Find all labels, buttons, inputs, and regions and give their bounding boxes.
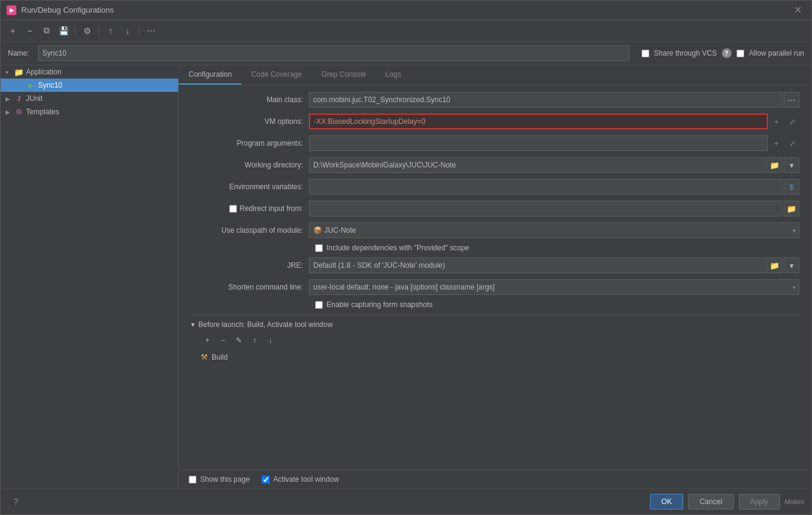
sidebar-item-application[interactable]: ▾ 📁 Application xyxy=(1,65,178,79)
vcs-help-icon[interactable]: ? xyxy=(722,48,732,58)
include-deps-label[interactable]: Include dependencies with "Provided" sco… xyxy=(326,244,469,252)
enable-snapshots-label[interactable]: Enable capturing form snapshots xyxy=(326,300,432,309)
share-vcs-label[interactable]: Share through VCS xyxy=(654,49,717,57)
activate-tool-checkbox[interactable] xyxy=(262,476,270,484)
build-icon: ⚒ xyxy=(201,352,208,361)
sidebar-item-templates[interactable]: ▶ ⚙ Templates xyxy=(1,105,178,118)
tab-code-coverage[interactable]: Code Coverage xyxy=(241,65,311,85)
help-button[interactable]: ? xyxy=(8,494,24,510)
vm-options-input-row: + ⤢ xyxy=(309,114,799,129)
more-button[interactable]: ⋯ xyxy=(144,24,158,38)
before-launch-up-button[interactable]: ↑ xyxy=(248,334,261,347)
folder-icon-application: 📁 xyxy=(14,67,24,77)
working-dir-dropdown-button[interactable]: ▾ xyxy=(784,157,799,173)
allow-parallel-label[interactable]: Allow parallel run xyxy=(749,49,804,57)
program-args-input-row: + ⤢ xyxy=(309,135,799,151)
show-page-check-item: Show this page xyxy=(189,475,250,484)
share-vcs-checkbox[interactable] xyxy=(641,50,649,57)
working-dir-input-row: 📁 ▾ xyxy=(309,157,799,173)
shorten-row: Shorten command line: user-local default… xyxy=(191,279,799,296)
cancel-button[interactable]: Cancel xyxy=(688,494,733,510)
close-button[interactable]: ✕ xyxy=(790,3,805,17)
move-down-button[interactable]: ↓ xyxy=(120,24,135,38)
env-vars-edit-button[interactable]: $ xyxy=(784,179,799,195)
show-page-checkbox[interactable] xyxy=(189,476,197,484)
allow-parallel-checkbox[interactable] xyxy=(736,50,744,57)
name-label: Name: xyxy=(8,49,32,57)
sidebar-item-sync10[interactable]: ▶ Sync10 xyxy=(1,79,178,92)
before-launch-arrow: ▾ xyxy=(191,320,195,329)
vm-options-label: VM options: xyxy=(191,117,309,126)
shorten-select-wrapper: user-local default: none - java [options… xyxy=(309,279,799,295)
main-panel: Configuration Code Coverage Grep Console… xyxy=(179,65,811,488)
jre-select[interactable]: Default (1.8 - SDK of 'JUC-Note' module) xyxy=(309,258,765,273)
before-launch-down-button[interactable]: ↓ xyxy=(264,334,277,347)
args-expand-button[interactable]: + xyxy=(769,135,784,151)
jre-browse-button[interactable]: 📁 xyxy=(767,258,782,273)
settings-button[interactable]: ⚙ xyxy=(80,24,94,38)
toolbar-separator-2 xyxy=(99,25,99,36)
vm-expand-button[interactable]: + xyxy=(769,114,784,129)
snapshots-row: Enable capturing form snapshots xyxy=(191,300,799,309)
main-class-input-row: ⋯ xyxy=(309,92,799,108)
working-dir-browse-button[interactable]: 📁 xyxy=(767,157,782,173)
include-deps-checkbox[interactable] xyxy=(315,244,323,252)
templates-label: Templates xyxy=(26,108,59,116)
redirect-input-row: 📁 xyxy=(309,201,799,216)
shorten-label: Shorten command line: xyxy=(191,283,309,291)
tab-grep-console[interactable]: Grep Console xyxy=(311,65,375,85)
sidebar: ▾ 📁 Application ▶ Sync10 ▶ J JUnit ▶ ⚙ T… xyxy=(1,65,179,488)
shorten-select[interactable]: user-local default: none - java [options… xyxy=(309,279,799,295)
working-dir-row: Working directory: 📁 ▾ xyxy=(191,157,799,173)
before-launch-edit-button[interactable]: ✎ xyxy=(232,334,245,347)
templates-icon: ⚙ xyxy=(14,107,24,117)
redirect-row: Redirect input from: 📁 xyxy=(191,200,799,217)
ok-button[interactable]: OK xyxy=(650,494,683,510)
move-up-button[interactable]: ↑ xyxy=(103,24,118,38)
include-deps-row: Include dependencies with "Provided" sco… xyxy=(191,244,799,252)
vm-options-input[interactable] xyxy=(309,114,768,129)
before-launch-add-button[interactable]: + xyxy=(201,334,214,347)
activate-tool-label[interactable]: Activate tool window xyxy=(273,475,339,484)
env-vars-label: Environment variables: xyxy=(191,183,309,191)
env-vars-input[interactable] xyxy=(309,179,782,195)
tab-configuration[interactable]: Configuration xyxy=(179,65,241,85)
redirect-checkbox[interactable] xyxy=(229,205,237,213)
remove-config-button[interactable]: − xyxy=(22,24,37,38)
vm-fullscreen-button[interactable]: ⤢ xyxy=(785,114,799,129)
tabs-bar: Configuration Code Coverage Grep Console… xyxy=(179,65,811,85)
before-launch-header[interactable]: ▾ Before launch: Build, Activate tool wi… xyxy=(191,320,799,329)
redirect-browse-button[interactable]: 📁 xyxy=(784,201,799,216)
jre-dropdown-button[interactable]: ▾ xyxy=(784,258,799,273)
classpath-select[interactable]: 📦 JUC-Note xyxy=(309,222,799,238)
before-launch-remove-button[interactable]: − xyxy=(216,334,230,347)
app-icon: ▶ xyxy=(7,5,16,15)
dialog-footer: ? OK Cancel Apply Mobini xyxy=(1,488,811,514)
name-input[interactable] xyxy=(38,45,629,61)
main-class-browse-button[interactable]: ⋯ xyxy=(784,92,799,108)
before-launch-toolbar: + − ✎ ↑ ↓ xyxy=(191,334,799,347)
save-config-button[interactable]: 💾 xyxy=(56,24,71,38)
main-class-input[interactable] xyxy=(309,92,782,108)
enable-snapshots-checkbox[interactable] xyxy=(315,301,323,309)
tab-logs[interactable]: Logs xyxy=(376,65,411,85)
show-page-label[interactable]: Show this page xyxy=(200,475,250,484)
redirect-label[interactable]: Redirect input from: xyxy=(239,204,303,213)
main-class-label: Main class: xyxy=(191,96,309,104)
expand-arrow-templates: ▶ xyxy=(5,109,14,115)
before-launch-section: ▾ Before launch: Build, Activate tool wi… xyxy=(191,315,799,363)
before-launch-label: Before launch: Build, Activate tool wind… xyxy=(198,320,333,329)
sidebar-item-junit[interactable]: ▶ J JUnit xyxy=(1,92,178,105)
redirect-input[interactable] xyxy=(309,201,782,216)
content-area: ▾ 📁 Application ▶ Sync10 ▶ J JUnit ▶ ⚙ T… xyxy=(1,65,811,488)
junit-icon: J xyxy=(14,94,24,103)
program-args-input[interactable] xyxy=(309,135,768,151)
run-debug-dialog: ▶ Run/Debug Configurations ✕ + − ⧉ 💾 ⚙ ↑… xyxy=(0,0,812,515)
copy-config-button[interactable]: ⧉ xyxy=(39,24,54,38)
args-fullscreen-button[interactable]: ⤢ xyxy=(785,135,799,151)
apply-button[interactable]: Apply xyxy=(739,494,780,510)
build-label: Build xyxy=(212,353,228,361)
add-config-button[interactable]: + xyxy=(5,24,20,38)
main-class-row: Main class: ⋯ xyxy=(191,91,799,108)
working-dir-input[interactable] xyxy=(309,157,765,173)
